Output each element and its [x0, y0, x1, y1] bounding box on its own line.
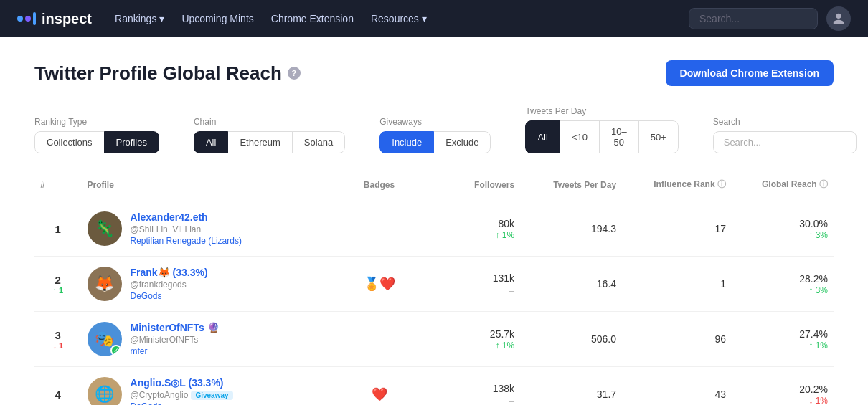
followers-change: ↑ 1% [432, 230, 514, 240]
influence-rank-cell: 43 [622, 367, 732, 406]
filters-row: Ranking Type Collections Profiles Chain … [34, 106, 834, 153]
followers-main: 80k [499, 218, 515, 229]
tweets-btn-group: All <10 10–50 50+ [525, 120, 678, 153]
tweets-lt10[interactable]: <10 [560, 120, 600, 153]
rank-cell: 1 [34, 201, 82, 257]
ranking-type-profiles[interactable]: Profiles [104, 131, 159, 153]
profile-name[interactable]: Frank🦊 (33.3%) [131, 267, 208, 278]
profile-info-cell: 🌐 Anglio.S◎L (33.3%) @CryptoAnglioGiveaw… [88, 377, 326, 405]
chain-all[interactable]: All [194, 131, 228, 153]
tweets-10-50[interactable]: 10–50 [599, 120, 639, 153]
profile-collection[interactable]: DeGods [131, 401, 233, 405]
nav-upcoming-mints[interactable]: Upcoming Mints [181, 13, 253, 24]
tweets-all[interactable]: All [525, 120, 560, 153]
profile-details: Anglio.S◎L (33.3%) @CryptoAnglioGiveaway… [131, 377, 233, 405]
giveaways-include[interactable]: Include [379, 131, 434, 153]
giveaway-tag: Giveaway [191, 391, 232, 400]
table-row: 2↑ 1 🦊 Frank🦊 (33.3%) @frankdegods DeGod… [34, 257, 834, 312]
table-row: 1 🦎 Alexander42.eth @ShiLLin_ViLLian Rep… [34, 201, 834, 257]
info-icon-influence: ⓘ [717, 179, 726, 189]
followers-cell: 80k↑ 1% [426, 201, 520, 257]
chain-solana[interactable]: Solana [292, 131, 345, 153]
profile-details: MinisterOfNFTs 🔮 @MinisterOfNFTs mfer [131, 322, 220, 356]
influence-rank-cell: 17 [622, 201, 732, 257]
profile-details: Alexander42.eth @ShiLLin_ViLLian Reptili… [131, 211, 242, 246]
global-reach-cell: 27.4%↑ 1% [732, 312, 834, 367]
reach-main: 20.2% [799, 383, 828, 395]
reach-main: 30.0% [799, 218, 828, 229]
badges-cell [332, 312, 426, 367]
profile-name[interactable]: Alexander42.eth [131, 211, 242, 223]
giveaways-filter: Giveaways Include Exclude [379, 117, 491, 153]
ranking-type-collections[interactable]: Collections [34, 131, 105, 153]
influence-rank-value: 1 [720, 278, 726, 290]
avatar-emoji: 🦎 [95, 219, 114, 238]
tweets-50plus[interactable]: 50+ [638, 120, 679, 153]
chain-filter: Chain All Ethereum Solana [194, 117, 345, 153]
rank-number: 3 [55, 329, 61, 341]
giveaways-exclude[interactable]: Exclude [433, 131, 491, 153]
logo[interactable]: inspect [17, 11, 92, 27]
info-icon[interactable]: ? [288, 67, 301, 80]
nav-links: Rankings ▾ Upcoming Mints Chrome Extensi… [115, 13, 666, 24]
nav-resources[interactable]: Resources ▾ [371, 13, 427, 24]
page-title-area: Twitter Profile Global Reach ? [34, 62, 301, 85]
profile-collection[interactable]: mfer [131, 346, 220, 356]
search-filter-input[interactable] [713, 131, 857, 153]
nav-rankings[interactable]: Rankings ▾ [115, 13, 164, 24]
nav-search-area [689, 6, 851, 31]
rank-cell: 3↓ 1 [34, 312, 82, 367]
followers-dash: – [432, 285, 514, 296]
tpd-value: 31.7 [597, 389, 616, 400]
page-title: Twitter Profile Global Reach [34, 62, 282, 85]
influence-rank-value: 17 [714, 223, 726, 234]
logo-dot-2 [25, 16, 31, 22]
reach-change: ↑ 1% [737, 340, 828, 351]
tpd-value: 194.3 [591, 223, 616, 234]
giveaways-label: Giveaways [379, 117, 491, 127]
search-filter: Search [713, 117, 857, 153]
profile-info-cell: 🦎 Alexander42.eth @ShiLLin_ViLLian Repti… [88, 211, 326, 246]
tweets-per-day-cell: 31.7 [520, 367, 622, 406]
info-icon-reach: ⓘ [819, 179, 828, 189]
nav-search-input[interactable] [689, 8, 818, 29]
nav-chrome-extension[interactable]: Chrome Extension [271, 13, 354, 24]
col-header-profile: Profile [82, 168, 332, 201]
col-header-influence-rank: Influence Rank ⓘ [622, 168, 732, 201]
chain-ethereum[interactable]: Ethereum [227, 131, 292, 153]
col-header-num: # [34, 168, 82, 201]
tpd-value: 16.4 [597, 278, 616, 290]
profile-name[interactable]: MinisterOfNFTs 🔮 [131, 322, 220, 333]
col-header-tweets-per-day: Tweets Per Day [520, 168, 622, 201]
influence-rank-cell: 96 [622, 312, 732, 367]
logo-bar [33, 12, 36, 25]
table-header-row: # Profile Badges Followers Tweets Per Da… [34, 168, 834, 201]
profile-cell: 🦊 Frank🦊 (33.3%) @frankdegods DeGods [82, 257, 332, 312]
verified-badge: ✓ [110, 345, 122, 356]
main-content: Twitter Profile Global Reach ? Download … [0, 37, 868, 405]
avatar: 🦎 [88, 211, 122, 246]
avatar: 🎭 ✓ [88, 322, 122, 356]
chain-label: Chain [194, 117, 345, 127]
table-row: 3↓ 1 🎭 ✓ MinisterOfNFTs 🔮 @MinisterOfNFT… [34, 312, 834, 367]
avatar-emoji: 🎭 [95, 330, 114, 348]
profile-name[interactable]: Anglio.S◎L (33.3%) [131, 377, 233, 389]
followers-main: 138k [493, 383, 514, 394]
followers-cell: 138k– [426, 367, 520, 406]
download-chrome-extension-button[interactable]: Download Chrome Extension [666, 60, 834, 86]
user-avatar-button[interactable] [826, 6, 851, 31]
logo-text: inspect [42, 11, 92, 27]
followers-main: 25.7k [490, 328, 514, 340]
influence-rank-value: 96 [714, 333, 726, 345]
profiles-table: # Profile Badges Followers Tweets Per Da… [34, 168, 834, 405]
avatar: 🌐 [88, 377, 122, 405]
profile-collection[interactable]: DeGods [131, 291, 208, 301]
profile-cell: 🎭 ✓ MinisterOfNFTs 🔮 @MinisterOfNFTs mfe… [82, 312, 332, 367]
user-icon [832, 12, 845, 25]
logo-icon [17, 12, 36, 25]
rank-number: 1 [55, 223, 61, 235]
reach-change: ↓ 1% [737, 396, 828, 405]
profile-details: Frank🦊 (33.3%) @frankdegods DeGods [131, 267, 208, 301]
search-label: Search [713, 117, 857, 127]
profile-collection[interactable]: Reptilian Renegade (Lizards) [131, 236, 242, 246]
